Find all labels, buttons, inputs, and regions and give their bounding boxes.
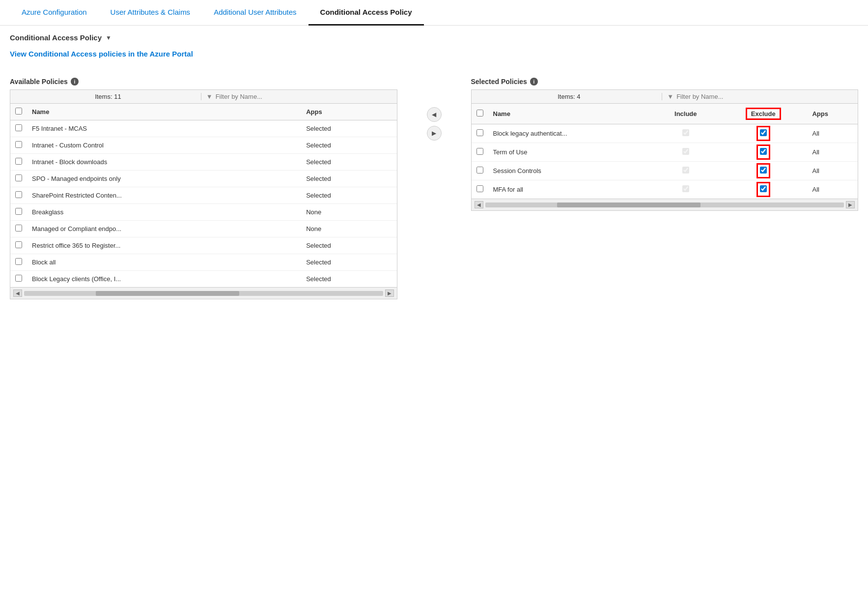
- page-content: Conditional Access Policy ▼ View Conditi…: [0, 26, 868, 307]
- selected-scroll-thumb: [557, 203, 700, 207]
- selected-row-include-cell[interactable]: [652, 180, 719, 199]
- available-row-checkbox[interactable]: [15, 191, 22, 198]
- selected-row-apps: All: [807, 124, 858, 143]
- selected-row-exclude-checkbox[interactable]: [760, 129, 767, 136]
- available-row-checkbox-cell[interactable]: [10, 221, 27, 237]
- available-row-checkbox[interactable]: [15, 241, 22, 248]
- available-select-all-checkbox[interactable]: [15, 108, 22, 115]
- selected-policies-filter-input[interactable]: [676, 93, 853, 100]
- available-row-checkbox-cell[interactable]: [10, 254, 27, 271]
- available-policies-table-wrapper: Items: 11 ▼ Name Apps: [10, 89, 397, 299]
- available-table-row: SPO - Managed endpoints only Selected: [10, 171, 397, 187]
- transfer-left-button[interactable]: ◀: [427, 107, 442, 122]
- tab-conditional-access[interactable]: Conditional Access Policy: [308, 0, 424, 26]
- section-header: Conditional Access Policy ▼: [10, 33, 858, 42]
- selected-row-checkbox-cell[interactable]: [472, 143, 488, 162]
- available-row-apps: Selected: [301, 187, 396, 204]
- selected-scroll-right[interactable]: ▶: [846, 201, 855, 208]
- selected-row-checkbox[interactable]: [476, 148, 483, 155]
- dropdown-arrow-icon[interactable]: ▼: [106, 34, 112, 41]
- selected-row-exclude-cell[interactable]: [719, 180, 807, 199]
- tab-additional-user-attributes[interactable]: Additional User Attributes: [202, 0, 308, 26]
- azure-portal-link[interactable]: View Conditional Access policies in the …: [10, 50, 193, 58]
- selected-row-name: Term of Use: [488, 143, 652, 162]
- selected-name-header: Name: [488, 104, 652, 124]
- available-policies-toolbar: Items: 11 ▼: [10, 90, 397, 104]
- available-table-row: Block Legacy clients (Office, I... Selec…: [10, 271, 397, 288]
- selected-row-exclude-cell[interactable]: [719, 143, 807, 162]
- available-row-checkbox[interactable]: [15, 258, 22, 265]
- selected-row-exclude-cell[interactable]: [719, 162, 807, 180]
- available-row-checkbox[interactable]: [15, 158, 22, 165]
- available-row-checkbox-cell[interactable]: [10, 237, 27, 254]
- available-table-row: Breakglass None: [10, 204, 397, 221]
- available-horizontal-scroll[interactable]: ◀ ▶: [10, 287, 397, 299]
- selected-row-exclude-checkbox[interactable]: [760, 148, 767, 155]
- selected-table-row: Block legacy authenticat... All: [472, 124, 858, 143]
- selected-row-include-checkbox[interactable]: [682, 129, 689, 136]
- selected-row-include-cell[interactable]: [652, 143, 719, 162]
- selected-table-row: Term of Use All: [472, 143, 858, 162]
- available-row-checkbox[interactable]: [15, 141, 22, 148]
- selected-select-all-checkbox[interactable]: [476, 110, 483, 116]
- available-row-checkbox-cell[interactable]: [10, 187, 27, 204]
- available-table-row: SharePoint Restricted Conten... Selected: [10, 187, 397, 204]
- available-row-name: SPO - Managed endpoints only: [27, 171, 301, 187]
- available-row-name: Block Legacy clients (Office, I...: [27, 271, 301, 288]
- available-row-checkbox[interactable]: [15, 174, 22, 181]
- transfer-right-button[interactable]: ▶: [427, 126, 442, 141]
- available-row-apps: Selected: [301, 171, 396, 187]
- available-policies-title: Available Policies i: [10, 78, 397, 86]
- available-policies-info-icon[interactable]: i: [71, 78, 79, 86]
- selected-policies-info-icon[interactable]: i: [530, 78, 538, 86]
- tab-user-attributes[interactable]: User Attributes & Claims: [99, 0, 202, 26]
- available-row-checkbox-cell[interactable]: [10, 271, 27, 288]
- selected-row-name: Block legacy authenticat...: [488, 124, 652, 143]
- available-row-checkbox-cell[interactable]: [10, 137, 27, 154]
- selected-policies-scroll[interactable]: Name Include Exclude Apps Block l: [472, 104, 858, 199]
- available-policies-scroll[interactable]: Name Apps F5 Intranet - MCAS Selected In…: [10, 104, 397, 287]
- available-row-checkbox[interactable]: [15, 124, 22, 131]
- available-policies-filter-input[interactable]: [216, 93, 392, 100]
- selected-policies-table-wrapper: Items: 4 ▼ Name Include: [471, 89, 859, 211]
- available-row-checkbox-cell[interactable]: [10, 154, 27, 171]
- selected-row-exclude-cell[interactable]: [719, 124, 807, 143]
- selected-row-include-checkbox[interactable]: [682, 167, 689, 174]
- available-row-checkbox[interactable]: [15, 275, 22, 282]
- selected-include-header: Include: [652, 104, 719, 124]
- selected-horizontal-scroll[interactable]: ◀ ▶: [472, 199, 858, 210]
- tab-azure-configuration[interactable]: Azure Configuration: [10, 0, 99, 26]
- available-scroll-track: [24, 291, 383, 296]
- selected-scroll-left[interactable]: ◀: [475, 201, 483, 208]
- available-scroll-right[interactable]: ▶: [385, 290, 394, 297]
- available-row-checkbox[interactable]: [15, 208, 22, 215]
- selected-row-checkbox[interactable]: [476, 167, 483, 174]
- selected-policies-panel: Selected Policies i Items: 4 ▼: [471, 78, 859, 211]
- selected-row-checkbox-cell[interactable]: [472, 124, 488, 143]
- available-scroll-left[interactable]: ◀: [13, 290, 22, 297]
- available-row-checkbox-cell[interactable]: [10, 171, 27, 187]
- available-apps-header: Apps: [301, 104, 396, 120]
- available-row-name: Breakglass: [27, 204, 301, 221]
- selected-row-checkbox-cell[interactable]: [472, 180, 488, 199]
- selected-row-include-checkbox[interactable]: [682, 148, 689, 155]
- transfer-buttons: ◀ ▶: [427, 78, 442, 141]
- available-table-row: Managed or Compliant endpo... None: [10, 221, 397, 237]
- selected-policies-toolbar: Items: 4 ▼: [472, 90, 858, 104]
- selected-row-include-checkbox[interactable]: [682, 185, 689, 192]
- selected-row-include-cell[interactable]: [652, 162, 719, 180]
- available-row-checkbox[interactable]: [15, 225, 22, 232]
- available-row-name: SharePoint Restricted Conten...: [27, 187, 301, 204]
- selected-row-exclude-checkbox[interactable]: [760, 185, 767, 192]
- available-row-checkbox-cell[interactable]: [10, 120, 27, 137]
- selected-row-checkbox[interactable]: [476, 129, 483, 136]
- selected-row-exclude-checkbox[interactable]: [760, 167, 767, 174]
- selected-select-all-header[interactable]: [472, 104, 488, 124]
- selected-row-checkbox-cell[interactable]: [472, 162, 488, 180]
- available-select-all-header[interactable]: [10, 104, 27, 120]
- selected-scroll-track: [485, 203, 844, 207]
- selected-row-include-cell[interactable]: [652, 124, 719, 143]
- available-row-checkbox-cell[interactable]: [10, 204, 27, 221]
- selected-row-checkbox[interactable]: [476, 185, 483, 192]
- available-table-row: Restrict office 365 to Register... Selec…: [10, 237, 397, 254]
